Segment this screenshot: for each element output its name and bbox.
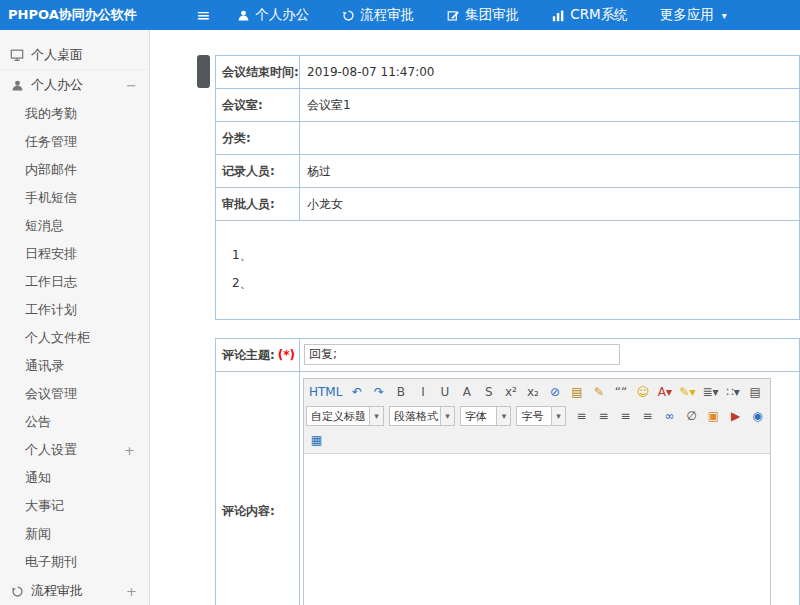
paste-icon[interactable]: ▤	[566, 382, 587, 402]
align-right-icon[interactable]: ≡	[615, 406, 636, 426]
source-code-icon[interactable]: HTML	[306, 382, 345, 402]
media-icon[interactable]: ▶	[725, 406, 746, 426]
sidebar-item-notice[interactable]: 通知	[0, 464, 149, 492]
workflow-icon	[10, 584, 24, 598]
button-glyph: ∅	[686, 410, 696, 422]
align-justify-icon[interactable]: ≡	[637, 406, 658, 426]
sidebar-item-news[interactable]: 新闻	[0, 520, 149, 548]
sidebar-item-label: 工作计划	[25, 301, 77, 319]
sidebar-item-label: 工作日志	[25, 273, 77, 291]
meeting-detail-pane: 会议结束时间: 2019-08-07 11:47:00 会议室: 会议室1 分类…	[215, 30, 800, 605]
table-row: 会议室: 会议室1	[216, 89, 800, 122]
italic-icon[interactable]: I	[412, 382, 433, 402]
button-glyph: ✎	[594, 386, 604, 398]
underline-icon[interactable]: U	[434, 382, 455, 402]
sidebar-item-announcement[interactable]: 公告	[0, 408, 149, 436]
font-style-icon[interactable]: A	[456, 382, 477, 402]
sidebar-section-personal-office[interactable]: 个人办公 −	[0, 70, 149, 100]
sidebar-item-meeting-management[interactable]: 会议管理	[0, 380, 149, 408]
link-icon[interactable]: ∞	[659, 406, 680, 426]
button-glyph: ⊘	[550, 386, 560, 398]
sidebar-item-e-journal[interactable]: 电子期刊	[0, 548, 149, 576]
button-glyph: ““	[615, 386, 627, 398]
content-line: 2、	[232, 269, 799, 297]
sidebar-item-work-log[interactable]: 工作日志	[0, 268, 149, 296]
editor-content-area[interactable]	[304, 454, 770, 605]
form-value	[300, 339, 800, 371]
collapse-icon[interactable]: −	[126, 78, 137, 93]
sidebar-item-my-attendance[interactable]: 我的考勤	[0, 100, 149, 128]
subscript-icon[interactable]: x₂	[522, 382, 543, 402]
redo-icon[interactable]: ↷	[368, 382, 389, 402]
page-break-icon[interactable]: ▤	[745, 382, 766, 402]
sidebar-item-personal-desktop[interactable]: 个人桌面	[0, 40, 149, 70]
editor-dropdown[interactable]: 字号 ▾	[516, 406, 566, 426]
align-left-icon[interactable]: ≡	[571, 406, 592, 426]
button-glyph: HTML	[309, 386, 342, 398]
emoticon-icon[interactable]: ☺	[632, 382, 653, 402]
button-glyph: S	[485, 386, 493, 398]
button-glyph: ✎▾	[679, 386, 695, 398]
content-scrollbar[interactable]	[196, 30, 211, 605]
sidebar-item-label: 任务管理	[25, 133, 77, 151]
sidebar-item-schedule[interactable]: 日程安排	[0, 240, 149, 268]
sidebar-item-label: 短消息	[25, 217, 64, 235]
subject-label-text: 评论主题:	[222, 348, 275, 362]
align-center-icon[interactable]: ≡	[593, 406, 614, 426]
sidebar-section-workflow-approval[interactable]: 流程审批 +	[0, 576, 149, 605]
form-value	[300, 122, 800, 154]
sidebar-item-work-plan[interactable]: 工作计划	[0, 296, 149, 324]
highlight-color-icon[interactable]: ✎▾	[676, 382, 698, 402]
button-glyph: ∷▾	[726, 386, 740, 398]
comment-subject-input[interactable]	[304, 344, 620, 365]
sidebar-item-personal-files[interactable]: 个人文件柜	[0, 324, 149, 352]
button-glyph: x²	[505, 386, 517, 398]
nav-group-approval[interactable]: 集团审批	[446, 6, 519, 24]
sidebar-item-label: 新闻	[25, 525, 51, 543]
sidebar-item-short-message[interactable]: 短消息	[0, 212, 149, 240]
comment-form-table: 评论主题:(*) 评论内容:	[215, 338, 800, 605]
nav-personal-office[interactable]: 个人办公	[236, 6, 309, 24]
unlink-icon[interactable]: ∅	[681, 406, 702, 426]
button-glyph: x₂	[527, 386, 539, 398]
remove-format-icon[interactable]: ⊘	[544, 382, 565, 402]
sidebar-menu: 我的考勤 任务管理 内部邮件 手机短信 短消息	[0, 100, 149, 576]
button-glyph: ▤	[749, 386, 760, 398]
blockquote-icon[interactable]: ““	[610, 382, 631, 402]
person-icon	[236, 8, 250, 22]
dropdown-label: 字体	[461, 409, 496, 424]
scrollbar-thumb[interactable]	[197, 55, 210, 88]
sidebar-item-internal-mail[interactable]: 内部邮件	[0, 156, 149, 184]
editor-dropdown[interactable]: 自定义标题 ▾	[306, 406, 384, 426]
sidebar-item-label: 大事记	[25, 497, 64, 515]
nav-more-apps[interactable]: 更多应用 ▾	[660, 6, 727, 24]
button-glyph: ≡	[576, 410, 586, 422]
chevron-down-icon: ▾	[440, 407, 454, 425]
ordered-list-icon[interactable]: ≣▾	[699, 382, 721, 402]
nav-crm-system[interactable]: CRM系统	[551, 6, 627, 24]
sidebar-item-personal-settings[interactable]: 个人设置 +	[0, 436, 149, 464]
editor-dropdown[interactable]: 字体 ▾	[460, 406, 511, 426]
save-icon[interactable]: ◉	[747, 406, 768, 426]
sidebar-item-task-management[interactable]: 任务管理	[0, 128, 149, 156]
undo-icon[interactable]: ↶	[346, 382, 367, 402]
image-icon[interactable]: ▣	[703, 406, 724, 426]
button-glyph: ▶	[731, 410, 740, 422]
sidebar-item-memorabilia[interactable]: 大事记	[0, 492, 149, 520]
sidebar-item-label: 手机短信	[25, 189, 77, 207]
nav-label: 更多应用	[660, 6, 714, 24]
format-brush-icon[interactable]: ✎	[588, 382, 609, 402]
nav-workflow-approval[interactable]: 流程审批	[341, 6, 414, 24]
unordered-list-icon[interactable]: ∷▾	[723, 382, 744, 402]
strikethrough-icon[interactable]: S	[478, 382, 499, 402]
menu-toggle-icon[interactable]: ≡	[196, 0, 210, 30]
font-color-icon[interactable]: A▾	[654, 382, 675, 402]
sidebar-item-mobile-sms[interactable]: 手机短信	[0, 184, 149, 212]
table-icon[interactable]: ▦	[306, 430, 327, 450]
nav-label: CRM系统	[570, 6, 627, 24]
superscript-icon[interactable]: x²	[500, 382, 521, 402]
editor-dropdown[interactable]: 段落格式 ▾	[389, 406, 455, 426]
bold-icon[interactable]: B	[390, 382, 411, 402]
sidebar-item-contacts[interactable]: 通讯录	[0, 352, 149, 380]
expand-icon[interactable]: +	[126, 584, 137, 599]
